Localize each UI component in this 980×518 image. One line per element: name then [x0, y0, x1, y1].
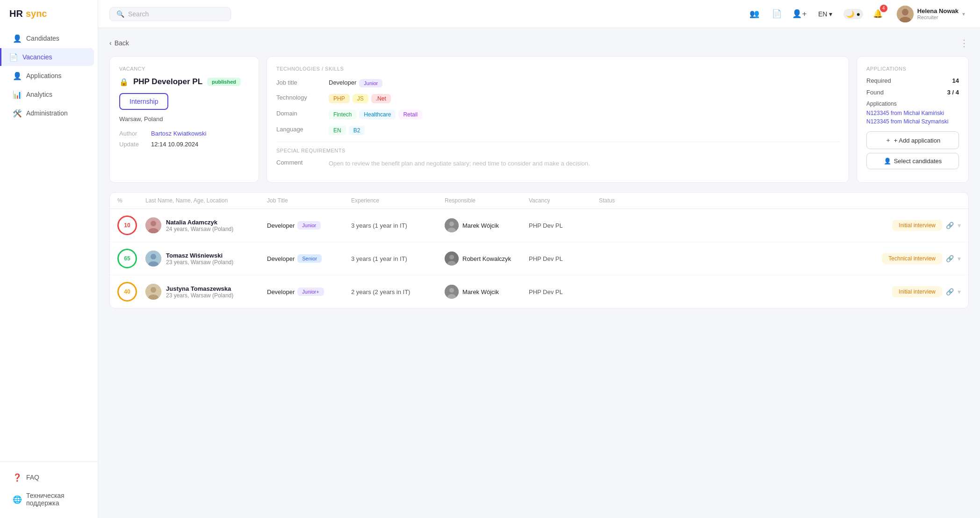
main-area: 🔍 Search 👥 📄 👤+ EN ▾ 🌙 ● 🔔 4: [98, 0, 980, 518]
sidebar-item-analytics[interactable]: 📊 Analytics: [4, 86, 94, 103]
jobtitle-value-0: Developer: [267, 222, 295, 229]
percent-value-2: 40: [124, 288, 130, 295]
add-application-label: + Add application: [894, 137, 940, 144]
cards-row: Vacancy 🔒 PHP Developer PL published Int…: [109, 56, 969, 183]
vacancy-type-button[interactable]: Internship: [119, 93, 168, 110]
update-value: 12:14 10.09.2024: [151, 141, 198, 148]
sidebar-item-support-label: Техническая поддержка: [26, 492, 85, 507]
col-vacancy: Vacancy: [529, 197, 599, 204]
sidebar-item-applications[interactable]: 👤 Applications: [4, 67, 94, 85]
link-icon-2[interactable]: 🔗: [946, 288, 954, 295]
candidates-table: % Last Name, Name, Age, Location Job Tit…: [109, 192, 969, 309]
svg-point-13: [449, 255, 454, 259]
domain-row: Domain Fintech Healthcare Retail: [276, 110, 839, 119]
search-bar[interactable]: 🔍 Search: [109, 7, 231, 21]
sidebar-item-support[interactable]: 🌐 Техническая поддержка: [4, 487, 94, 511]
sidebar-item-faq[interactable]: ❓ FAQ: [4, 468, 94, 486]
domain-tags: Fintech Healthcare Retail: [329, 110, 422, 119]
status-badge-2: Initial interview: [892, 286, 942, 297]
col-responsible: Responsible: [445, 197, 529, 204]
job-title-tags: Developer Junior: [329, 79, 382, 87]
found-value: 3 / 4: [947, 89, 959, 96]
team-icon[interactable]: 👥: [747, 7, 762, 22]
svg-point-16: [151, 287, 156, 293]
sidebar-item-applications-label: Applications: [26, 72, 62, 79]
sidebar-item-administration[interactable]: 🛠️ Administration: [4, 104, 94, 122]
add-user-icon[interactable]: 👤+: [792, 7, 807, 22]
special-section-title: Special requirements: [276, 148, 839, 153]
add-application-button[interactable]: ＋ + Add application: [866, 131, 959, 149]
col-name: Last Name, Name, Age, Location: [145, 197, 267, 204]
experience-cell-0: 3 years (1 year in IT): [351, 222, 445, 229]
status-cell-1: Technical interview 🔗 ▾: [599, 253, 961, 264]
notifications-badge: 4: [880, 5, 887, 12]
app-link-0[interactable]: N123345 from Michał Kamiński: [866, 110, 959, 116]
person-cell-1[interactable]: Tomasz Wiśniewski 23 years, Warsaw (Pola…: [145, 251, 267, 266]
sidebar-item-candidates-label: Candidates: [26, 35, 59, 42]
link-icon-1[interactable]: 🔗: [946, 255, 954, 262]
chevron-down-2[interactable]: ▾: [958, 288, 961, 295]
experience-cell-1: 3 years (1 year in IT): [351, 255, 445, 262]
sidebar-item-candidates[interactable]: 👤 Candidates: [4, 29, 94, 47]
domain-label: Domain: [276, 110, 323, 117]
user-name: Helena Nowak: [917, 7, 958, 14]
candidate-sub-0: 24 years, Warsaw (Poland): [166, 226, 233, 232]
select-candidates-button[interactable]: 👤 Select candidates: [866, 153, 959, 169]
experience-cell-2: 2 years (2 years in IT): [351, 288, 445, 295]
required-label: Required: [866, 77, 891, 84]
moon-icon: 🌙: [846, 10, 854, 18]
sidebar-item-vacancies[interactable]: 📄 Vacancies: [0, 48, 94, 66]
theme-toggle[interactable]: 🌙 ●: [843, 9, 863, 19]
responsible-cell-0: Marek Wójcik: [445, 218, 529, 232]
special-requirements-section: Special requirements Comment Open to rev…: [276, 142, 839, 168]
vacancy-card: Vacancy 🔒 PHP Developer PL published Int…: [109, 56, 259, 183]
author-link[interactable]: Bartosz Kwiatkowski: [151, 130, 206, 137]
candidate-avatar-2: [145, 284, 161, 300]
logo: HRsync: [0, 0, 98, 24]
person-cell-0[interactable]: Natalia Adamczyk 24 years, Warsaw (Polan…: [145, 217, 267, 233]
chevron-down-1[interactable]: ▾: [958, 255, 961, 262]
user-details: Helena Nowak Recruiter: [917, 7, 958, 20]
notifications-button[interactable]: 🔔 4: [871, 7, 886, 22]
vacancy-update-row: Update 12:14 10.09.2024: [119, 141, 249, 148]
app-link-1[interactable]: N123345 from Michał Szymański: [866, 118, 959, 125]
candidate-sub-1: 23 years, Warsaw (Poland): [166, 259, 233, 266]
candidate-info-2: Justyna Tomaszewska 23 years, Warsaw (Po…: [166, 285, 233, 299]
vacancy-cell-0: PHP Dev PL: [529, 222, 599, 229]
skills-card: Technologies / skills Job title Develope…: [267, 56, 849, 183]
link-icon-0[interactable]: 🔗: [946, 222, 954, 229]
applications-panel: Applications Required 14 Found 3 / 4 App…: [857, 56, 969, 183]
user-profile[interactable]: Helena Nowak Recruiter ▾: [893, 4, 969, 24]
job-title-value: Developer: [329, 79, 356, 87]
more-options-button[interactable]: ⋮: [959, 37, 969, 49]
tag-net: .Net: [371, 94, 391, 103]
person-cell-2[interactable]: Justyna Tomaszewska 23 years, Warsaw (Po…: [145, 284, 267, 300]
chevron-down-icon: ▾: [829, 10, 832, 18]
required-value: 14: [952, 77, 959, 84]
svg-point-1: [902, 9, 908, 15]
document-icon[interactable]: 📄: [770, 7, 785, 22]
jobtitle-cell-0: Developer Junior: [267, 221, 351, 230]
jobtitle-cell-1: Developer Senior: [267, 254, 351, 263]
vacancy-cell-1: PHP Dev PL: [529, 255, 599, 262]
language-selector[interactable]: EN ▾: [814, 8, 836, 20]
back-button[interactable]: ‹ Back: [109, 39, 129, 47]
status-cell-2: Initial interview 🔗 ▾: [599, 286, 961, 297]
candidate-sub-2: 23 years, Warsaw (Poland): [166, 292, 233, 299]
vacancy-title: PHP Developer PL: [133, 77, 202, 86]
vacancy-location: Warsaw, Poland: [119, 115, 249, 122]
lock-icon: 🔒: [119, 78, 129, 86]
chevron-down-0[interactable]: ▾: [958, 222, 961, 229]
responsible-cell-2: Marek Wójcik: [445, 285, 529, 299]
required-row: Required 14: [866, 77, 959, 84]
vacancy-cell-2: PHP Dev PL: [529, 288, 599, 295]
status-badge-0: Initial interview: [892, 220, 942, 231]
tag-b2: B2: [349, 126, 365, 135]
select-candidates-label: Select candidates: [894, 158, 942, 165]
svg-point-19: [449, 288, 454, 293]
tag-healthcare: Healthcare: [359, 110, 396, 119]
responsible-cell-1: Robert Kowalczyk: [445, 252, 529, 266]
logo-sync: sync: [26, 8, 47, 19]
candidate-name-0: Natalia Adamczyk: [166, 219, 233, 226]
found-row: Found 3 / 4: [866, 89, 959, 96]
